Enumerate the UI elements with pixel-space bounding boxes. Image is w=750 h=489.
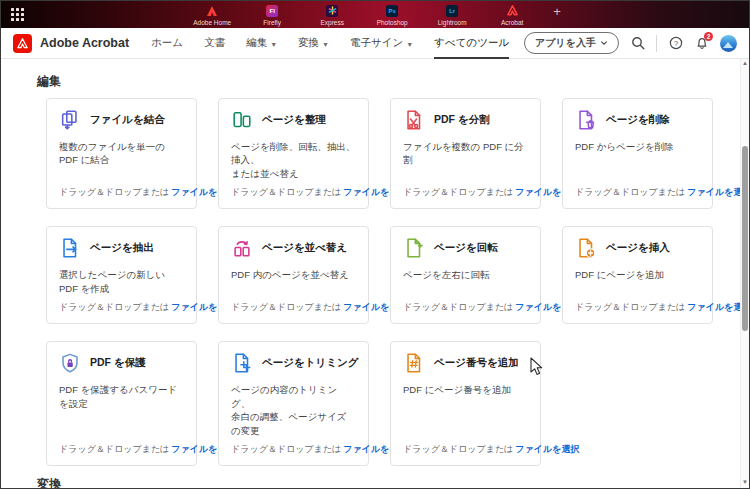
split-pdf-icon — [403, 109, 425, 131]
scrollbar-down-arrow-icon[interactable]: ▼ — [741, 478, 749, 487]
search-icon[interactable] — [630, 36, 645, 51]
firefly-icon: Fl — [266, 4, 279, 17]
appbar-item-photoshop[interactable]: PsPhotoshop — [369, 3, 415, 26]
card-head: ページを整理 — [231, 108, 356, 132]
drop-hint-prefix: ドラッグ＆ドロップまたは — [231, 187, 341, 197]
appbar-item-acrobat[interactable]: Acrobat — [489, 3, 535, 26]
tools-section: 編集ファイルを結合複数のファイルを単一の PDF に結合ドラッグ＆ドロップまたは… — [1, 73, 749, 466]
chevron-down-icon: ▼ — [406, 41, 413, 48]
card-head: ページを並べ替え — [231, 236, 356, 260]
add-app-plus-icon[interactable]: + — [553, 5, 561, 24]
tool-card-description: ファイルを複数の PDF に分割 — [403, 140, 528, 167]
vertical-scrollbar[interactable]: ▲ ▼ — [740, 59, 749, 488]
drop-hint-prefix: ドラッグ＆ドロップまたは — [403, 302, 513, 312]
card-head: ページを挿入 — [575, 236, 700, 260]
crop-pages-icon — [231, 352, 253, 374]
get-app-button[interactable]: アプリを入手 — [524, 32, 619, 54]
tool-card-description: PDF にページ番号を追加 — [403, 383, 528, 396]
chevron-down-icon: ▼ — [270, 41, 277, 48]
get-app-label: アプリを入手 — [535, 36, 596, 50]
drop-hint: ドラッグ＆ドロップまたはファイルを選択 — [575, 180, 700, 199]
chevron-down-icon — [600, 39, 608, 47]
browser-window: Adobe HomeFlFireflyExpressPsPhotoshopLrL… — [0, 0, 750, 489]
nav-item-4[interactable]: 電子サイン▼ — [350, 28, 413, 59]
user-avatar[interactable] — [720, 35, 737, 52]
tool-card-reorder-pages[interactable]: ページを並べ替えPDF 内のページを並べ替えドラッグ＆ドロップまたはファイルを選… — [218, 226, 369, 324]
express-icon — [326, 4, 339, 17]
tool-card-protect-pdf[interactable]: PDF を保護PDF を保護するパスワードを設定ドラッグ＆ドロップまたはファイル… — [46, 341, 197, 466]
tool-card-delete-pages[interactable]: ページを削除PDF からページを削除ドラッグ＆ドロップまたはファイルを選択 — [562, 98, 713, 209]
drop-hint-prefix: ドラッグ＆ドロップまたは — [231, 444, 341, 454]
appbar-item-lightroom[interactable]: LrLightroom — [429, 3, 475, 26]
drop-hint-prefix: ドラッグ＆ドロップまたは — [403, 444, 513, 454]
card-head: PDF を保護 — [59, 351, 184, 375]
brand-name[interactable]: Adobe Acrobat — [40, 36, 129, 50]
appbar-item-firefly[interactable]: FlFirefly — [249, 3, 295, 26]
tool-card-description: ページを削除、回転、抽出、挿入、 または並べ替え — [231, 140, 356, 180]
tool-card-organize-pages[interactable]: ページを整理ページを削除、回転、抽出、挿入、 または並べ替えドラッグ＆ドロップま… — [218, 98, 369, 209]
tool-card-description: 選択したページの新しい PDF を作成 — [59, 268, 184, 295]
drop-hint-prefix: ドラッグ＆ドロップまたは — [59, 187, 169, 197]
appbar-item-label: Firefly — [263, 19, 281, 26]
nav-item-3[interactable]: 変換▼ — [298, 28, 329, 59]
tool-card-title: PDF を分割 — [434, 113, 490, 127]
appbar-item-label: Express — [320, 19, 343, 26]
tool-card-title: ページをトリミング — [262, 356, 358, 370]
adobe-home-icon — [206, 4, 219, 17]
tool-card-add-page-numbers[interactable]: ページ番号を追加PDF にページ番号を追加ドラッグ＆ドロップまたはファイルを選択 — [390, 341, 541, 466]
tool-card-title: PDF を保護 — [90, 356, 146, 370]
tool-card-combine-files[interactable]: ファイルを結合複数のファイルを単一の PDF に結合ドラッグ＆ドロップまたはファ… — [46, 98, 197, 209]
tool-card-crop-pages[interactable]: ページをトリミングページの内容のトリミング、 余白の調整、ページサイズの変更ドラ… — [218, 341, 369, 466]
tool-card-extract-pages[interactable]: ページを抽出選択したページの新しい PDF を作成ドラッグ＆ドロップまたはファイ… — [46, 226, 197, 324]
tool-card-description: PDF からページを削除 — [575, 140, 700, 153]
notifications-bell-icon[interactable]: 2 — [694, 36, 709, 51]
card-head: ページ番号を追加 — [403, 351, 528, 375]
tool-card-description: PDF を保護するパスワードを設定 — [59, 383, 184, 410]
nav-item-0[interactable]: ホーム — [151, 28, 183, 59]
tool-card-insert-pages[interactable]: ページを挿入PDF にページを追加ドラッグ＆ドロップまたはファイルを選択 — [562, 226, 713, 324]
drop-hint-prefix: ドラッグ＆ドロップまたは — [59, 302, 169, 312]
nav-item-label: 電子サイン — [350, 36, 403, 50]
acrobat-toolbar: Adobe Acrobat ホーム文書編集▼変換▼電子サイン▼すべてのツール ア… — [1, 28, 749, 59]
drop-hint: ドラッグ＆ドロップまたはファイルを選択 — [59, 437, 184, 456]
tool-card-description: 複数のファイルを単一の PDF に結合 — [59, 140, 184, 167]
nav-item-2[interactable]: 編集▼ — [246, 28, 277, 59]
nav-item-label: ホーム — [151, 36, 183, 50]
help-icon[interactable]: ? — [668, 36, 683, 51]
scrollbar-up-arrow-icon[interactable]: ▲ — [741, 59, 749, 68]
scrollbar-thumb[interactable] — [742, 146, 748, 331]
appbar-item-adobe-home[interactable]: Adobe Home — [189, 3, 235, 26]
select-file-link[interactable]: ファイルを選択 — [515, 444, 579, 454]
rotate-pages-icon — [403, 237, 425, 259]
tool-card-title: ページ番号を追加 — [434, 356, 519, 370]
nav-item-all-tools[interactable]: すべてのツール — [434, 28, 509, 59]
drop-hint: ドラッグ＆ドロップまたはファイルを選択 — [403, 295, 528, 314]
tool-card-description: ページの内容のトリミング、 余白の調整、ページサイズの変更 — [231, 383, 356, 437]
drop-hint-prefix: ドラッグ＆ドロップまたは — [59, 444, 169, 454]
acrobat-logo-icon[interactable] — [13, 34, 32, 53]
card-head: ページを抽出 — [59, 236, 184, 260]
drop-hint: ドラッグ＆ドロップまたはファイルを選択 — [403, 437, 528, 456]
drop-hint: ドラッグ＆ドロップまたはファイルを選択 — [575, 295, 700, 314]
main-nav: ホーム文書編集▼変換▼電子サイン▼すべてのツール — [151, 28, 509, 59]
drop-hint: ドラッグ＆ドロップまたはファイルを選択 — [231, 180, 356, 199]
tool-card-split-pdf[interactable]: PDF を分割ファイルを複数の PDF に分割ドラッグ＆ドロップまたはファイルを… — [390, 98, 541, 209]
chevron-down-icon: ▼ — [322, 41, 329, 48]
tool-card-grid: ファイルを結合複数のファイルを単一の PDF に結合ドラッグ＆ドロップまたはファ… — [46, 98, 749, 466]
combine-files-icon — [59, 109, 81, 131]
appbar-item-label: Acrobat — [501, 19, 523, 26]
nav-item-label: 文書 — [204, 36, 225, 50]
card-head: ページをトリミング — [231, 351, 356, 375]
card-head: ファイルを結合 — [59, 108, 184, 132]
tool-card-title: ページを抽出 — [90, 241, 154, 255]
toolbar-divider — [656, 35, 657, 52]
tool-card-title: ページを並べ替え — [262, 241, 347, 255]
tool-card-rotate-pages[interactable]: ページを回転ページを左右に回転ドラッグ＆ドロップまたはファイルを選択 — [390, 226, 541, 324]
organize-pages-icon — [231, 109, 253, 131]
appbar-item-express[interactable]: Express — [309, 3, 355, 26]
tool-card-title: ファイルを結合 — [90, 113, 165, 127]
drop-hint: ドラッグ＆ドロップまたはファイルを選択 — [403, 180, 528, 199]
app-launcher-grid-icon[interactable] — [11, 8, 24, 21]
app-switcher-items: Adobe HomeFlFireflyExpressPsPhotoshopLrL… — [189, 3, 561, 26]
nav-item-1[interactable]: 文書 — [204, 28, 225, 59]
